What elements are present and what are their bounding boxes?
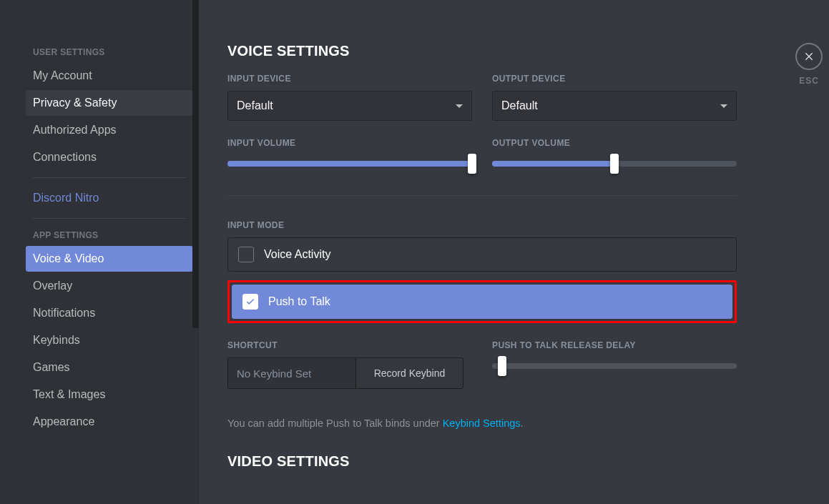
sidebar-item-label: Discord Nitro [33, 192, 99, 204]
chevron-down-icon [720, 104, 727, 108]
sidebar-separator [33, 177, 186, 178]
ptt-delay-slider[interactable] [492, 357, 737, 375]
input-mode-push-to-talk[interactable]: Push to Talk [232, 285, 732, 319]
sidebar-item-text-images[interactable]: Text & Images [26, 382, 193, 407]
sidebar-separator [33, 218, 186, 219]
option-label: Voice Activity [264, 248, 330, 261]
close-icon [803, 51, 815, 62]
hint-prefix: You can add multiple Push to Talk binds … [227, 417, 443, 429]
sidebar-item-discord-nitro[interactable]: Discord Nitro [26, 185, 193, 211]
output-volume-slider[interactable] [492, 155, 737, 172]
highlight-frame: Push to Talk [227, 280, 737, 323]
sidebar-item-notifications[interactable]: Notifications [26, 300, 193, 326]
sidebar-item-voice-video[interactable]: Voice & Video [26, 246, 193, 272]
output-device-select[interactable]: Default [492, 91, 737, 121]
sidebar-item-keybinds[interactable]: Keybinds [26, 327, 193, 353]
sidebar-item-authorized-apps[interactable]: Authorized Apps [26, 117, 193, 143]
sidebar-item-my-account[interactable]: My Account [26, 63, 193, 89]
keybind-hint: You can add multiple Push to Talk binds … [227, 417, 737, 429]
sidebar-scrollbar[interactable] [192, 0, 199, 328]
output-volume-label: Output Volume [492, 138, 737, 148]
sidebar-item-label: Appearance [33, 415, 94, 428]
close-label: ESC [788, 76, 829, 86]
video-settings-title: Video Settings [227, 453, 737, 470]
checkbox-icon [238, 247, 254, 262]
ptt-delay-label: Push to Talk Release Delay [492, 340, 737, 350]
output-device-label: Output Device [492, 74, 737, 84]
input-mode-voice-activity[interactable]: Voice Activity [227, 237, 737, 272]
hint-suffix: . [521, 417, 524, 429]
sidebar-item-overlay[interactable]: Overlay [26, 273, 193, 299]
close-area: ESC [788, 43, 829, 86]
slider-fill [492, 161, 614, 167]
slider-thumb[interactable] [498, 356, 506, 376]
input-device-select[interactable]: Default [227, 91, 472, 121]
sidebar-item-label: Authorized Apps [33, 124, 117, 136]
output-device-value: Default [501, 99, 538, 112]
voice-settings-title: Voice Settings [227, 43, 737, 59]
sidebar-item-label: My Account [33, 69, 92, 81]
sidebar-item-connections[interactable]: Connections [26, 144, 193, 170]
input-volume-label: Input Volume [227, 138, 472, 148]
sidebar-header-app-settings: App Settings [26, 226, 193, 244]
record-keybind-button[interactable]: Record Keybind [355, 358, 463, 388]
sidebar-item-label: Keybinds [33, 334, 80, 346]
slider-track [492, 363, 737, 369]
input-mode-label: Input Mode [227, 220, 737, 230]
sidebar-item-privacy-safety[interactable]: Privacy & Safety [26, 90, 193, 116]
sidebar-item-appearance[interactable]: Appearance [26, 409, 193, 435]
shortcut-label: Shortcut [227, 340, 463, 350]
input-volume-slider[interactable] [227, 155, 472, 172]
keybind-settings-link[interactable]: Keybind Settings [443, 417, 521, 429]
slider-fill [227, 161, 472, 167]
sidebar-header-user-settings: User Settings [26, 43, 193, 61]
slider-thumb[interactable] [610, 154, 619, 174]
close-button[interactable] [795, 43, 823, 70]
divider [227, 195, 737, 196]
shortcut-box: No Keybind Set Record Keybind [227, 357, 463, 389]
option-label: Push to Talk [268, 295, 330, 308]
sidebar-item-label: Notifications [33, 307, 95, 319]
sidebar-item-label: Text & Images [33, 388, 105, 400]
sidebar-item-label: Games [33, 361, 70, 373]
input-device-label: Input Device [227, 74, 472, 84]
sidebar-item-games[interactable]: Games [26, 355, 193, 380]
sidebar: User Settings My Account Privacy & Safet… [0, 0, 199, 504]
sidebar-item-label: Voice & Video [33, 252, 104, 265]
slider-thumb[interactable] [468, 154, 476, 174]
sidebar-item-label: Overlay [33, 280, 72, 292]
sidebar-item-label: Privacy & Safety [33, 97, 117, 109]
content-area: Voice Settings Input Device Default Outp… [199, 0, 829, 504]
input-device-value: Default [237, 99, 273, 112]
shortcut-value[interactable]: No Keybind Set [228, 358, 355, 388]
chevron-down-icon [456, 104, 463, 108]
sidebar-item-label: Connections [33, 151, 97, 163]
checkbox-checked-icon [242, 294, 258, 310]
